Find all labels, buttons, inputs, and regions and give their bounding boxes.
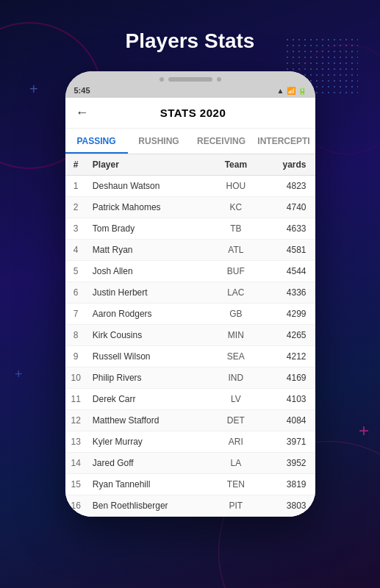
cell-rank: 4	[65, 240, 87, 261]
cell-rank: 2	[65, 197, 87, 218]
cell-rank: 1	[65, 176, 87, 197]
status-time: 5:45	[74, 86, 90, 95]
tabs-container: PASSING RUSHING RECEIVING INTERCEPTI	[65, 129, 315, 154]
cell-team: LA	[212, 453, 260, 474]
app-header: ← STATS 2020	[65, 98, 315, 129]
table-row: 11 Derek Carr LV 4103	[65, 389, 315, 410]
cell-player: Derek Carr	[87, 389, 212, 410]
bg-plus-decoration-2: +	[359, 420, 369, 441]
cell-rank: 15	[65, 474, 87, 495]
phone-top	[65, 71, 315, 85]
cell-rank: 13	[65, 431, 87, 453]
table-row: 13 Kyler Murray ARI 3971	[65, 431, 315, 453]
col-header-team: Team	[212, 154, 260, 176]
cell-team: ARI	[212, 431, 260, 453]
table-row: 10 Philip Rivers IND 4169	[65, 368, 315, 389]
table-row: 6 Justin Herbert LAC 4336	[65, 282, 315, 304]
table-row: 9 Russell Wilson SEA 4212	[65, 346, 315, 368]
cell-yards: 3971	[260, 431, 315, 453]
back-button[interactable]: ←	[76, 105, 89, 121]
col-header-rank: #	[65, 154, 87, 176]
table-row: 7 Aaron Rodgers GB 4299	[65, 304, 315, 325]
cell-player: Jared Goff	[87, 453, 212, 474]
phone-mockup: 5:45 ▲ 📶 🔋 ← STATS 2020 PASSING RUSHING …	[65, 71, 315, 517]
cell-team: SEA	[212, 346, 260, 368]
status-bar: 5:45 ▲ 📶 🔋	[65, 85, 315, 98]
cell-team: PIT	[212, 495, 260, 517]
tab-interceptions[interactable]: INTERCEPTI	[253, 129, 315, 154]
cell-yards: 4633	[260, 218, 315, 240]
cell-team: TEN	[212, 474, 260, 495]
cell-yards: 3819	[260, 474, 315, 495]
battery-icon: 🔋	[298, 87, 306, 95]
cell-player: Ryan Tannehill	[87, 474, 212, 495]
cell-player: Kirk Cousins	[87, 325, 212, 346]
cell-rank: 8	[65, 325, 87, 346]
status-icons: ▲ 📶 🔋	[277, 87, 306, 95]
cell-player: Tom Brady	[87, 218, 212, 240]
signal-icon: 📶	[287, 87, 295, 95]
cell-team: GB	[212, 304, 260, 325]
cell-player: Justin Herbert	[87, 282, 212, 304]
cell-player: Philip Rivers	[87, 368, 212, 389]
stats-table: # Player Team yards 1 Deshaun Watson HOU…	[65, 154, 315, 517]
cell-rank: 9	[65, 346, 87, 368]
table-row: 14 Jared Goff LA 3952	[65, 453, 315, 474]
cell-rank: 14	[65, 453, 87, 474]
stats-table-container: # Player Team yards 1 Deshaun Watson HOU…	[65, 154, 315, 517]
cell-team: IND	[212, 368, 260, 389]
cell-yards: 4544	[260, 261, 315, 282]
cell-player: Matt Ryan	[87, 240, 212, 261]
cell-player: Russell Wilson	[87, 346, 212, 368]
cell-rank: 5	[65, 261, 87, 282]
cell-team: LV	[212, 389, 260, 410]
cell-yards: 4336	[260, 282, 315, 304]
notch-dot-2	[217, 77, 221, 82]
bg-plus-decoration-1: +	[29, 81, 38, 98]
cell-yards: 4581	[260, 240, 315, 261]
cell-rank: 11	[65, 389, 87, 410]
cell-yards: 4299	[260, 304, 315, 325]
cell-rank: 12	[65, 410, 87, 431]
cell-team: BUF	[212, 261, 260, 282]
cell-rank: 10	[65, 368, 87, 389]
cell-rank: 7	[65, 304, 87, 325]
cell-team: LAC	[212, 282, 260, 304]
table-row: 8 Kirk Cousins MIN 4265	[65, 325, 315, 346]
cell-yards: 4103	[260, 389, 315, 410]
cell-player: Josh Allen	[87, 261, 212, 282]
cell-yards: 4212	[260, 346, 315, 368]
cell-team: TB	[212, 218, 260, 240]
tab-rushing[interactable]: RUSHING	[128, 129, 190, 154]
cell-rank: 16	[65, 495, 87, 517]
table-row: 4 Matt Ryan ATL 4581	[65, 240, 315, 261]
cell-player: Aaron Rodgers	[87, 304, 212, 325]
bg-plus-decoration-3: +	[15, 367, 23, 382]
tab-receiving[interactable]: RECEIVING	[190, 129, 253, 154]
table-row: 16 Ben Roethlisberger PIT 3803	[65, 495, 315, 517]
screen-title: STATS 2020	[96, 107, 290, 119]
cell-yards: 4823	[260, 176, 315, 197]
col-header-yards: yards	[260, 154, 315, 176]
table-row: 2 Patrick Mahomes KC 4740	[65, 197, 315, 218]
wifi-icon: ▲	[277, 87, 284, 95]
cell-player: Ben Roethlisberger	[87, 495, 212, 517]
cell-player: Patrick Mahomes	[87, 197, 212, 218]
cell-player: Matthew Stafford	[87, 410, 212, 431]
notch-bar	[168, 77, 212, 82]
cell-team: ATL	[212, 240, 260, 261]
table-header-row: # Player Team yards	[65, 154, 315, 176]
cell-team: DET	[212, 410, 260, 431]
cell-player: Deshaun Watson	[87, 176, 212, 197]
app-content: ← STATS 2020 PASSING RUSHING RECEIVING I…	[65, 98, 315, 517]
cell-yards: 4169	[260, 368, 315, 389]
cell-team: HOU	[212, 176, 260, 197]
cell-yards: 4265	[260, 325, 315, 346]
cell-rank: 6	[65, 282, 87, 304]
page-title: Players Stats	[126, 29, 255, 53]
cell-yards: 3952	[260, 453, 315, 474]
cell-yards: 4084	[260, 410, 315, 431]
tab-passing[interactable]: PASSING	[65, 129, 128, 154]
table-row: 3 Tom Brady TB 4633	[65, 218, 315, 240]
col-header-player: Player	[87, 154, 212, 176]
